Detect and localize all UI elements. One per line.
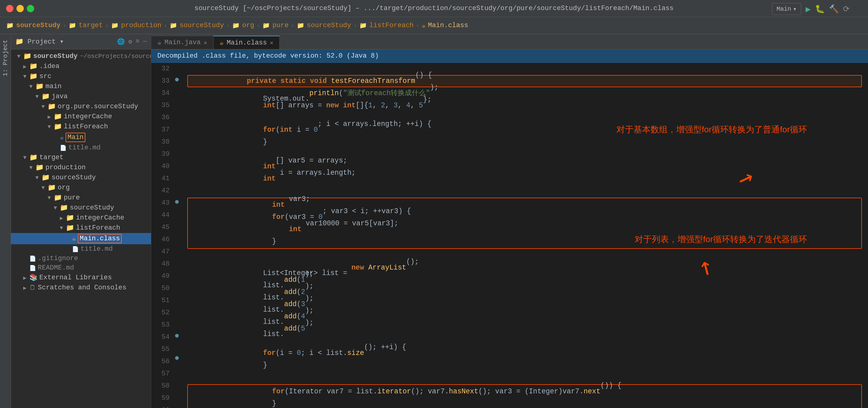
build-button[interactable]: 🔨 [829,4,839,14]
folder-icon-pure-target: 📁 [54,194,62,202]
editor-tabs: ☕ Main.java ✕ ☕ Main.class ✕ [151,34,868,50]
tree-arrow-sourceStudy-pure-target: ▼ [54,205,60,211]
dropdown-arrow: ▾ [793,5,797,13]
tree-item-integerCache[interactable]: ▶ 📁 integerCache [11,112,151,122]
tree-item-sourceStudy-target[interactable]: ▼ 📁 sourceStudy [11,172,151,183]
project-settings-icon[interactable]: ≡ [136,38,140,45]
breadcrumb-main-class[interactable]: Main.class [428,22,468,29]
sourcestudy2-folder-icon: 📁 [169,22,177,29]
org-folder-icon: 📁 [232,22,240,29]
tree-item-external-libs[interactable]: ▶ 📚 External Libraries [11,273,151,283]
tree-item-listForeach-src[interactable]: ▼ 📁 listForeach [11,122,151,132]
title-bar: sourceStudy [~/oscProjects/sourceStudy] … [0,0,868,17]
tree-item-title-md-target[interactable]: ▶ 📄 title.md [11,244,151,254]
tree-arrow-sourceStudy: ▼ [17,53,23,59]
decompiled-info-bar: Decompiled .class file, bytecode version… [151,50,868,63]
folder-icon-scratches: 🗒 [29,284,36,292]
tree-label-org-pure: org.pure.sourceStudy [58,103,138,111]
top-right-toolbar: Main ▾ ▶ 🐛 🔨 ⟳ [772,3,850,15]
breadcrumb-sourceStudy2[interactable]: sourceStudy [180,22,224,29]
folder-icon-production: 📁 [35,163,43,172]
tree-item-listForeach-target[interactable]: ▼ 📁 listForeach [11,223,151,233]
project-gear-icon[interactable]: ⚙ [128,38,132,45]
code-line-38: } [187,136,862,148]
tree-arrow-listForeach-target: ▼ [60,225,66,231]
gutter-marker-55 [175,334,179,338]
breadcrumb-target[interactable]: target [79,22,103,29]
breadcrumb-pure[interactable]: pure [272,22,288,29]
tree-item-gitignore[interactable]: ▶ 📄 .gitignore [11,254,151,263]
tree-arrow-production: ▼ [29,165,35,171]
tree-label-java: java [52,93,68,100]
tree-path-sourceStudy: ~/oscProjects/sourceStudy [80,53,151,60]
tree-item-pure-target[interactable]: ▼ 📁 pure [11,193,151,203]
tree-item-sourceStudy-root[interactable]: ▼ 📁 sourceStudy ~/oscProjects/sourceStud… [11,51,151,61]
tree-item-java[interactable]: ▼ 📁 java [11,92,151,101]
code-line-56: } [187,359,862,371]
run-config-dropdown[interactable]: Main ▾ [772,3,801,15]
folder-icon-src: 📁 [29,72,37,81]
code-line-52: list.add(4); [187,310,862,323]
code-line-41: int i = arrays.length; [187,172,862,185]
file-icon-readme: 📄 [29,265,36,272]
tree-item-production[interactable]: ▼ 📁 production [11,162,151,172]
tree-label-title-md-target: title.md [81,245,113,253]
editor-gutter [173,63,181,408]
tree-item-integerCache-target[interactable]: ▶ 📁 integerCache [11,213,151,223]
tree-item-scratches[interactable]: ▶ 🗒 Scratches and Consoles [11,283,151,293]
tree-item-target[interactable]: ▼ 📁 target [11,153,151,162]
debug-button[interactable]: 🐛 [815,4,825,14]
code-line-36 [187,112,862,124]
breadcrumb-production[interactable]: production [121,22,161,29]
tab-main-class[interactable]: ☕ Main.class ✕ [214,36,280,49]
project-header: 📁 Project ▾ 🌐 ⚙ ≡ — [11,34,151,50]
tree-label-sourceStudy-target: sourceStudy [52,174,96,182]
sync-button[interactable]: ⟳ [843,4,850,14]
tree-arrow-ext-libs: ▶ [23,275,29,281]
tab-main-java-close[interactable]: ✕ [204,39,207,46]
tree-item-sourceStudy-pure-target[interactable]: ▼ 📁 sourceStudy [11,203,151,213]
tree-item-main[interactable]: ▼ 📁 main [11,82,151,92]
code-editor[interactable]: 32 33 34 35 36 37 38 39 40 41 42 43 44 4… [151,63,868,408]
breadcrumb-org[interactable]: org [242,22,254,29]
code-line-49: list.add(1); [187,274,862,286]
project-scope-icon[interactable]: 🌐 [117,38,125,45]
run-config-label: Main [776,5,791,12]
tree-item-org-pure[interactable]: ▼ 📁 org.pure.sourceStudy [11,101,151,112]
file-icon-Main-java: ☕ [60,133,64,142]
tree-arrow-integerCache-target: ▶ [60,215,66,221]
production-folder-icon: 📁 [111,22,119,29]
folder-icon-sourceStudy-pure-target: 📁 [60,204,68,212]
tree-item-src[interactable]: ▼ 📁 src [11,71,151,82]
project-minimize-icon[interactable]: — [143,38,147,45]
file-icon-gitignore: 📄 [29,255,36,262]
tree-label-integerCache-target: integerCache [76,214,124,222]
tree-item-org-target[interactable]: ▼ 📁 org [11,183,151,193]
tree-item-Main-java[interactable]: ▶ ☕ Main [11,132,151,143]
breadcrumb-sourceStudy3[interactable]: sourceStudy [307,22,351,29]
run-button[interactable]: ▶ [805,4,811,14]
code-content[interactable]: private static void testForeachTransform… [181,63,868,408]
tab-main-class-close[interactable]: ✕ [270,39,273,46]
annotation-box-forloop-basic: int var3; for(var3 = 0; var3 < i; ++var3… [187,197,862,249]
project-panel-title: 📁 Project ▾ [15,37,114,46]
code-line-50: list.add(2); [187,286,862,298]
breadcrumb-sourceStudy[interactable]: sourceStudy [16,22,60,29]
tree-item-title-md-src[interactable]: ▶ 📄 title.md [11,143,151,153]
minimize-button[interactable] [17,5,24,12]
tree-arrow-target: ▼ [23,155,29,161]
pure-folder-icon: 📁 [262,22,270,29]
tree-item-Main-class[interactable]: ▶ ☕ Main.class [11,233,151,244]
tree-label-integerCache: integerCache [64,113,112,121]
tab-main-java[interactable]: ☕ Main.java ✕ [151,36,214,49]
maximize-button[interactable] [27,5,34,12]
code-line-57 [187,371,862,384]
project-tab-label[interactable]: 1: Project [2,37,9,79]
breadcrumb-listForeach[interactable]: listForeach [369,22,413,29]
tree-item-readme[interactable]: ▶ 📄 README.md [11,263,151,273]
tree-item-idea[interactable]: ▶ 📁 .idea [11,61,151,71]
mainclass-file-icon: ☕ [422,22,426,29]
close-button[interactable] [6,5,13,12]
code-line-37: for(int i = 0; i < arrays.length; ++i) { [187,124,862,136]
file-icon-title-md-src: 📄 [60,145,66,151]
